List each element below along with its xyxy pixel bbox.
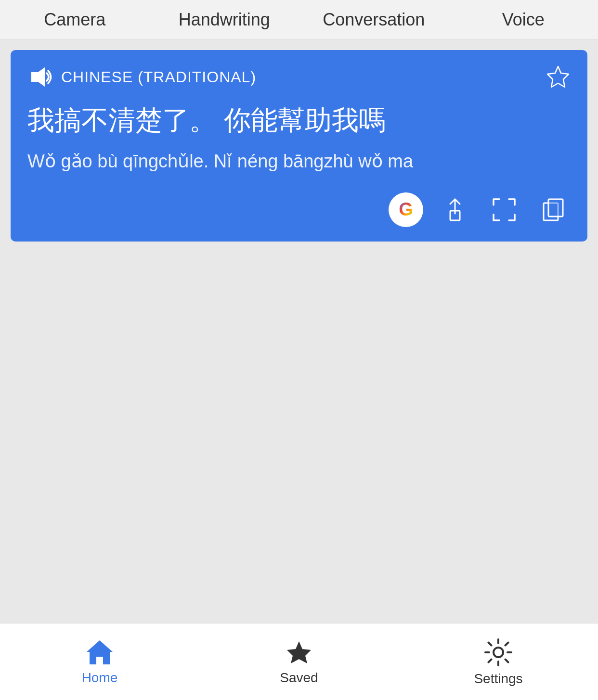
card-actions: G xyxy=(27,192,571,227)
tab-handwriting[interactable]: Handwriting xyxy=(150,0,299,39)
language-label: CHINESE (TRADITIONAL) xyxy=(61,68,256,86)
google-feedback-button[interactable]: G xyxy=(389,192,423,227)
share-button[interactable] xyxy=(438,192,472,227)
translation-card: CHINESE (TRADITIONAL) 我搞不清楚了。 你能幫助我嗎 Wǒ … xyxy=(11,50,587,242)
nav-settings[interactable]: Settings xyxy=(399,624,598,700)
card-header: CHINESE (TRADITIONAL) xyxy=(27,64,571,89)
bottom-navigation: Home Saved Settings xyxy=(0,623,598,700)
nav-settings-label: Settings xyxy=(474,671,522,687)
romanized-text: Wǒ gǎo bù qīngchǔle. Nǐ néng bāngzhù wǒ … xyxy=(27,149,571,174)
language-info: CHINESE (TRADITIONAL) xyxy=(27,64,256,89)
svg-point-8 xyxy=(494,648,503,657)
nav-saved[interactable]: Saved xyxy=(199,624,399,700)
svg-marker-1 xyxy=(547,66,569,87)
copy-button[interactable] xyxy=(536,192,571,227)
speaker-button[interactable] xyxy=(27,64,52,89)
tab-conversation[interactable]: Conversation xyxy=(299,0,449,39)
fullscreen-button[interactable] xyxy=(487,192,521,227)
google-icon: G xyxy=(399,199,413,220)
tab-camera[interactable]: Camera xyxy=(0,0,150,39)
nav-home-label: Home xyxy=(82,670,118,686)
nav-home[interactable]: Home xyxy=(0,624,199,700)
nav-saved-label: Saved xyxy=(280,670,318,686)
svg-marker-6 xyxy=(87,640,113,664)
top-navigation: Camera Handwriting Conversation Voice xyxy=(0,0,598,39)
main-content xyxy=(0,242,598,623)
svg-rect-5 xyxy=(548,199,563,216)
save-button[interactable] xyxy=(546,64,571,89)
svg-marker-7 xyxy=(287,641,311,663)
tab-voice[interactable]: Voice xyxy=(449,0,598,39)
translated-text: 我搞不清楚了。 你能幫助我嗎 xyxy=(27,103,571,138)
svg-marker-0 xyxy=(31,67,45,87)
